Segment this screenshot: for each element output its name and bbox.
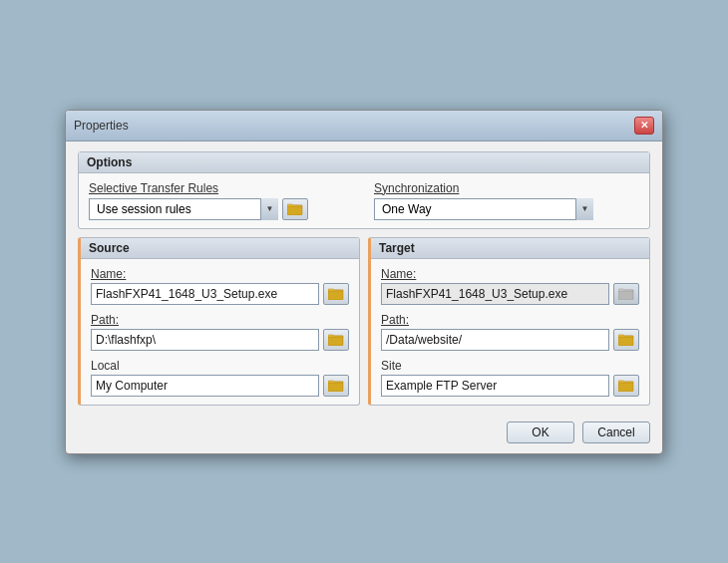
target-site-folder-button[interactable] bbox=[613, 375, 639, 397]
source-name-row: FlashFXP41_1648_U3_Setup.exe bbox=[91, 283, 349, 305]
synchronization-group: Synchronization One Way Two Way Mirror ▼ bbox=[374, 181, 639, 220]
svg-rect-0 bbox=[287, 205, 302, 215]
options-header: Options bbox=[79, 152, 649, 173]
target-header: Target bbox=[371, 238, 649, 259]
source-name-value: FlashFXP41_1648_U3_Setup.exe bbox=[91, 283, 319, 305]
target-path-field: Path: /Data/website/ bbox=[381, 313, 639, 351]
synchronization-select[interactable]: One Way Two Way Mirror bbox=[374, 198, 593, 220]
options-body: Selective Transfer Rules Use session rul… bbox=[79, 173, 649, 228]
folder-icon bbox=[287, 202, 303, 215]
source-local-folder-button[interactable] bbox=[323, 375, 349, 397]
target-path-row: /Data/website/ bbox=[381, 329, 639, 351]
svg-rect-2 bbox=[328, 336, 343, 346]
source-path-value: D:\flashfxp\ bbox=[91, 329, 319, 351]
target-name-label: Name: bbox=[381, 267, 639, 281]
source-name-folder-button[interactable] bbox=[323, 283, 349, 305]
source-path-label: Path: bbox=[91, 313, 349, 327]
target-path-label: Path: bbox=[381, 313, 639, 327]
selective-transfer-folder-button[interactable] bbox=[282, 198, 308, 220]
target-section: Target Name: FlashFXP41_1648_U3_Setup.ex… bbox=[368, 237, 650, 406]
synchronization-select-wrapper: One Way Two Way Mirror ▼ bbox=[374, 198, 593, 220]
folder-icon bbox=[328, 333, 344, 346]
source-name-field: Name: FlashFXP41_1648_U3_Setup.exe bbox=[91, 267, 349, 305]
target-site-value: Example FTP Server bbox=[381, 375, 609, 397]
source-local-row: My Computer bbox=[91, 375, 349, 397]
folder-icon bbox=[328, 379, 344, 392]
properties-dialog: Properties ✕ Options Selective Transfer … bbox=[65, 110, 663, 454]
source-header: Source bbox=[81, 238, 359, 259]
selective-transfer-select[interactable]: Use session rules Custom rules No rules bbox=[89, 198, 278, 220]
svg-rect-1 bbox=[328, 290, 343, 300]
source-section: Source Name: FlashFXP41_1648_U3_Setup.ex… bbox=[78, 237, 360, 406]
target-name-folder-button[interactable] bbox=[613, 283, 639, 305]
source-target-container: Source Name: FlashFXP41_1648_U3_Setup.ex… bbox=[78, 237, 650, 406]
title-bar-controls: ✕ bbox=[634, 117, 654, 135]
target-name-field: Name: FlashFXP41_1648_U3_Setup.exe bbox=[381, 267, 639, 305]
target-name-value: FlashFXP41_1648_U3_Setup.exe bbox=[381, 283, 609, 305]
ok-button[interactable]: OK bbox=[507, 422, 574, 443]
folder-icon bbox=[618, 379, 634, 392]
source-body: Name: FlashFXP41_1648_U3_Setup.exe bbox=[81, 259, 359, 405]
options-section: Options Selective Transfer Rules Use ses… bbox=[78, 151, 650, 229]
synchronization-row: One Way Two Way Mirror ▼ bbox=[374, 198, 639, 220]
svg-rect-6 bbox=[618, 382, 633, 392]
source-path-field: Path: D:\flashfxp\ bbox=[91, 313, 349, 351]
selective-transfer-label: Selective Transfer Rules bbox=[89, 181, 354, 195]
target-site-row: Example FTP Server bbox=[381, 375, 639, 397]
folder-icon bbox=[328, 287, 344, 300]
dialog-title: Properties bbox=[74, 119, 129, 133]
source-local-field: Local My Computer bbox=[91, 359, 349, 397]
cancel-button[interactable]: Cancel bbox=[582, 422, 650, 443]
selective-transfer-row: Use session rules Custom rules No rules … bbox=[89, 198, 354, 220]
target-site-label: Site bbox=[381, 359, 639, 373]
selective-transfer-select-wrapper: Use session rules Custom rules No rules … bbox=[89, 198, 278, 220]
selective-transfer-group: Selective Transfer Rules Use session rul… bbox=[89, 181, 354, 220]
target-path-value: /Data/website/ bbox=[381, 329, 609, 351]
source-path-folder-button[interactable] bbox=[323, 329, 349, 351]
svg-rect-4 bbox=[618, 290, 633, 300]
folder-icon bbox=[618, 333, 634, 346]
target-body: Name: FlashFXP41_1648_U3_Setup.exe bbox=[371, 259, 649, 405]
target-path-folder-button[interactable] bbox=[613, 329, 639, 351]
target-name-row: FlashFXP41_1648_U3_Setup.exe bbox=[381, 283, 639, 305]
source-local-value: My Computer bbox=[91, 375, 319, 397]
dialog-footer: OK Cancel bbox=[66, 418, 662, 453]
svg-rect-3 bbox=[328, 382, 343, 392]
dialog-body: Options Selective Transfer Rules Use ses… bbox=[66, 141, 662, 418]
target-site-field: Site Example FTP Server bbox=[381, 359, 639, 397]
close-button[interactable]: ✕ bbox=[634, 117, 654, 135]
title-bar: Properties ✕ bbox=[66, 111, 662, 141]
source-name-label: Name: bbox=[91, 267, 349, 281]
source-path-row: D:\flashfxp\ bbox=[91, 329, 349, 351]
folder-icon-disabled bbox=[618, 287, 634, 300]
source-local-label: Local bbox=[91, 359, 349, 373]
synchronization-label: Synchronization bbox=[374, 181, 639, 195]
svg-rect-5 bbox=[618, 336, 633, 346]
